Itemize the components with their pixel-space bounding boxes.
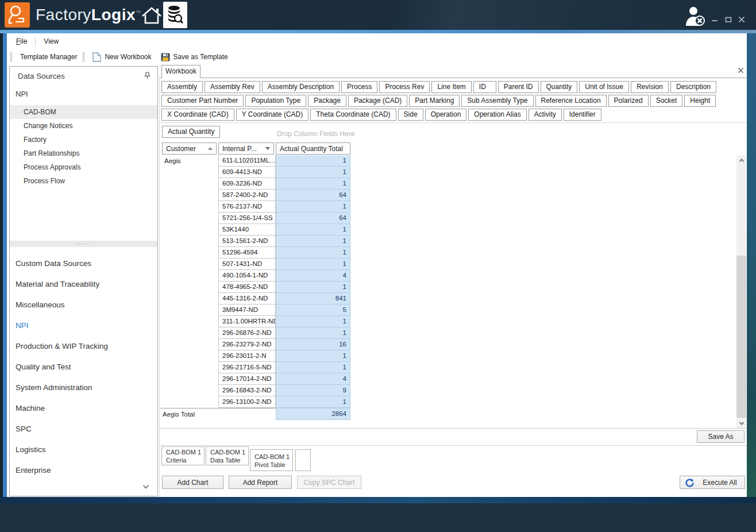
pivot-qty-cell[interactable]: 4 [276, 270, 350, 282]
pivot-part-cell[interactable]: 576-2137-ND [218, 201, 276, 213]
pivot-part-cell[interactable]: 296-13100-2-ND [218, 396, 276, 408]
maximize-button[interactable] [724, 15, 733, 24]
pivot-group-cell[interactable] [160, 339, 218, 350]
pivot-qty-cell[interactable]: 1 [276, 178, 350, 190]
field-chip[interactable]: Package (CAD) [348, 95, 407, 107]
sidebar-category[interactable]: Material and Traceability [10, 274, 157, 295]
field-chip[interactable]: Assembly [161, 81, 203, 93]
pivot-group-cell[interactable] [160, 201, 218, 213]
pivot-part-cell[interactable]: 296-23011-2-N [218, 350, 276, 362]
field-chip[interactable]: Identifier [564, 109, 601, 121]
pivot-qty-cell[interactable]: 1 [276, 247, 350, 259]
chevron-down-icon[interactable] [142, 483, 149, 490]
pivot-qty-cell[interactable]: 5 [276, 304, 350, 316]
scroll-down-icon[interactable] [736, 418, 746, 428]
minimize-button[interactable] [710, 15, 719, 24]
pivot-group-cell[interactable] [160, 293, 218, 304]
pivot-group-cell[interactable] [160, 396, 218, 408]
sidebar-category[interactable]: NPI [10, 315, 157, 336]
pivot-qty-cell[interactable]: 1 [276, 224, 350, 236]
sheet-tab[interactable]: CAD-BOM 1 Criteria [161, 446, 205, 465]
pivot-qty-cell[interactable]: 1 [276, 362, 350, 373]
pivot-part-cell[interactable]: 3M9447-ND [218, 304, 276, 316]
field-chip[interactable]: Part Marking [409, 95, 460, 107]
sidebar-item[interactable]: Process Approvals [10, 160, 157, 174]
pivot-part-cell[interactable]: 587-2400-2-ND [218, 190, 276, 201]
pivot-group-cell[interactable] [160, 316, 218, 327]
add-chart-button[interactable]: Add Chart [162, 476, 223, 489]
pivot-group-cell[interactable] [160, 327, 218, 339]
pivot-qty-cell[interactable]: 16 [276, 339, 350, 350]
pivot-part-cell[interactable]: 609-3236-ND [218, 178, 276, 190]
sidebar-category[interactable]: Enterprise [10, 460, 157, 481]
field-chip[interactable]: Quantity [541, 81, 578, 93]
pivot-part-cell[interactable]: 296-23279-2-ND [218, 339, 276, 350]
field-chip[interactable]: Operation Alias [468, 109, 526, 121]
filter-dropdown-icon[interactable] [265, 147, 270, 150]
field-chip[interactable]: Customer Part Number [161, 95, 244, 107]
pivot-row-header-customer[interactable]: Customer [162, 142, 217, 155]
sheet-tab[interactable]: CAD-BOM 1 Pivot Table [250, 449, 293, 471]
pivot-part-cell[interactable]: 296-17014-2-ND [218, 373, 276, 385]
pivot-part-cell[interactable]: 311-1.00HRTR-ND [218, 316, 276, 327]
field-chip[interactable]: Activity [529, 109, 562, 121]
pivot-group-cell[interactable] [160, 178, 218, 190]
sidebar-item[interactable]: Part Relationships [10, 147, 157, 160]
pivot-group-cell[interactable] [160, 282, 218, 293]
vertical-scrollbar[interactable] [736, 155, 746, 428]
field-chip[interactable]: Population Type [245, 95, 306, 107]
sidebar-item[interactable]: CAD-BOM [10, 105, 157, 119]
field-chip[interactable]: Parent ID [498, 81, 539, 93]
pivot-qty-cell[interactable]: 64 [276, 190, 350, 201]
field-chip[interactable]: Revision [631, 81, 669, 93]
home-icon[interactable] [140, 6, 163, 25]
pivot-part-cell[interactable]: 478-4965-2-ND [218, 282, 276, 293]
pivot-qty-cell[interactable]: 1 [276, 396, 350, 408]
sidebar-category[interactable]: Quality and Test [10, 357, 157, 377]
sidebar-category[interactable]: Production & WIP Tracking [10, 336, 157, 357]
pivot-qty-cell[interactable]: 9 [276, 385, 350, 396]
scroll-up-icon[interactable] [736, 155, 746, 165]
field-chip[interactable]: X Coordinate (CAD) [161, 109, 234, 121]
pivot-part-cell[interactable]: 507-1431-ND [218, 259, 276, 270]
pivot-group-cell[interactable] [160, 385, 218, 396]
field-chip[interactable]: Reference Location [535, 95, 607, 107]
field-chip[interactable]: Description [670, 81, 716, 93]
pivot-part-cell[interactable]: 490-1054-1-ND [218, 270, 276, 282]
execute-all-button[interactable]: Execute All [680, 476, 745, 489]
pivot-qty-cell[interactable]: 1 [276, 155, 350, 167]
pivot-group-cell[interactable] [160, 270, 218, 282]
pivot-part-cell[interactable]: 5721-256-1/4-SS [218, 213, 276, 224]
pivot-part-cell[interactable]: 296-16843-2-ND [218, 385, 276, 396]
workbook-close-icon[interactable] [738, 67, 745, 75]
field-chip[interactable]: Package [308, 95, 346, 107]
pivot-group-cell[interactable] [160, 167, 218, 178]
pivot-group-cell[interactable] [160, 373, 218, 385]
pivot-part-cell[interactable]: 51296-4594 [218, 247, 276, 259]
pivot-part-cell[interactable]: 445-1316-2-ND [218, 293, 276, 304]
pivot-group-cell[interactable]: Aegis [160, 155, 218, 167]
field-chip[interactable]: Operation [425, 109, 467, 121]
field-chip[interactable]: Process [341, 81, 377, 93]
field-chip[interactable]: ID [473, 81, 496, 93]
sidebar-item[interactable]: Change Notices [10, 119, 157, 133]
sheet-tab[interactable]: CAD-BOM 1 Data Table [206, 446, 249, 465]
sidebar-item[interactable]: Process Flow [10, 174, 157, 188]
pivot-qty-cell[interactable]: 1 [276, 327, 350, 339]
menu-file[interactable]: File [14, 37, 29, 45]
sidebar-category[interactable]: SPC [10, 419, 157, 440]
sidebar-category[interactable]: Custom Data Sources [10, 253, 157, 274]
pivot-part-cell[interactable]: 53K1440 [218, 224, 276, 236]
field-chip[interactable]: Theta Coordinate (CAD) [310, 109, 396, 121]
data-explorer-icon[interactable] [163, 2, 187, 28]
pivot-part-cell[interactable]: 609-4413-ND [218, 167, 276, 178]
pivot-part-cell[interactable]: 513-1561-2-ND [218, 236, 276, 247]
pin-icon[interactable] [144, 72, 152, 80]
pivot-part-cell[interactable]: 296-26876-2-ND [218, 327, 276, 339]
scrollbar-thumb[interactable] [736, 256, 746, 418]
pivot-part-cell[interactable]: 611-L102011ML... [218, 155, 276, 167]
sidebar-category[interactable]: System Administration [10, 377, 157, 398]
pivot-qty-cell[interactable]: 1 [276, 259, 350, 270]
field-chip[interactable]: Side [398, 109, 423, 121]
field-chip[interactable]: Assembly Rev [205, 81, 260, 93]
